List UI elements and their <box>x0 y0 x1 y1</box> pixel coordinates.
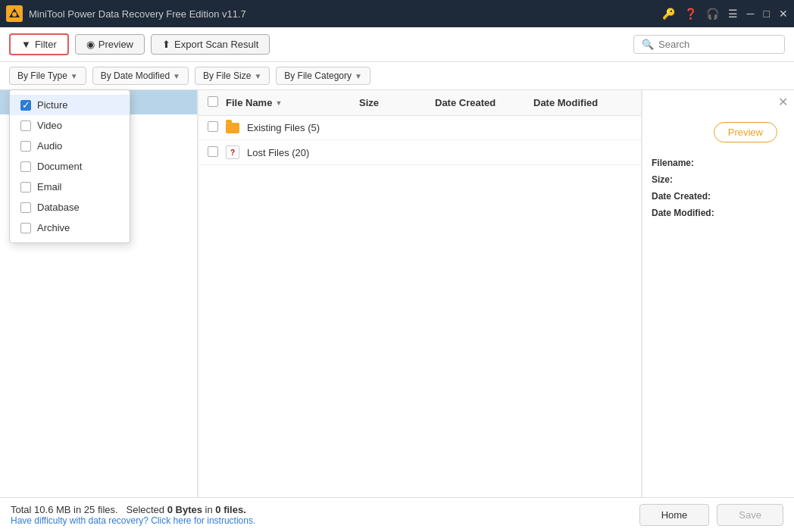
dropdown-checkbox-audio <box>20 141 31 152</box>
menu-icon[interactable]: ☰ <box>728 8 738 20</box>
select-all-checkbox[interactable] <box>208 96 218 107</box>
selected-prefix: Selected <box>126 504 164 515</box>
filecategory-dropdown-arrow: ▼ <box>355 72 362 80</box>
dropdown-label-video: Video <box>37 120 62 131</box>
status-buttons: Home Save <box>639 504 783 526</box>
existing-files-label: Existing Files (5) <box>247 122 320 133</box>
export-icon: ⬆ <box>162 39 170 50</box>
dropdown-item-database[interactable]: Database <box>10 197 130 217</box>
dropdown-item-archive[interactable]: Archive <box>10 217 130 238</box>
dropdown-checkbox-email <box>20 182 31 192</box>
maximize-button[interactable]: □ <box>764 8 770 20</box>
col-datecreated-header: Date Created <box>435 97 533 108</box>
total-text: Total 10.6 MB in 25 files. <box>11 504 118 515</box>
filetype-dropdown-arrow: ▼ <box>70 72 78 80</box>
filetype-dropdown-popup: ✓PictureVideoAudioDocumentEmailDatabaseA… <box>9 89 130 243</box>
file-row-existing[interactable]: Existing Files (5) <box>198 116 641 140</box>
app-logo <box>6 5 23 22</box>
dropdown-label-archive: Archive <box>37 222 70 233</box>
filter-by-filesize[interactable]: By File Size ▼ <box>195 67 270 85</box>
file-table-header: File Name ▼ Size Date Created Date Modif… <box>198 90 641 116</box>
filter-by-filecategory[interactable]: By File Category ▼ <box>276 67 370 85</box>
filesize-dropdown-arrow: ▼ <box>254 72 261 80</box>
date-modified-label: Date Modified: <box>652 208 785 218</box>
key-icon[interactable]: 🔑 <box>662 8 675 20</box>
minimize-button[interactable]: ─ <box>747 8 755 20</box>
dropdown-checkbox-database <box>20 202 31 213</box>
col-size-header: Size <box>359 97 435 108</box>
selected-in: in <box>205 504 213 515</box>
dropdown-label-document: Document <box>37 161 82 172</box>
help-icon[interactable]: ❓ <box>684 8 697 20</box>
col-filename-header: File Name ▼ <box>226 97 359 108</box>
search-box[interactable]: 🔍 <box>633 35 785 54</box>
dropdown-checkbox-picture: ✓ <box>20 100 31 111</box>
question-file-icon: ? <box>226 146 239 159</box>
preview-button[interactable]: ◉ Preview <box>75 34 145 55</box>
search-icon: 🔍 <box>642 39 654 50</box>
filter-by-datemodified[interactable]: By Date Modified ▼ <box>92 67 189 85</box>
svg-point-1 <box>12 12 17 17</box>
titlebar-icons: 🔑 ❓ 🎧 ☰ ─ □ ✕ <box>662 8 788 20</box>
filter-by-filetype[interactable]: By File Type ▼ <box>9 67 86 85</box>
dropdown-checkbox-document <box>20 161 31 172</box>
dropdown-item-picture[interactable]: ✓Picture <box>10 95 130 115</box>
sort-filename-icon[interactable]: ▼ <box>275 99 282 107</box>
help-link[interactable]: Have difficulty with data recovery? Clic… <box>11 515 255 526</box>
dropdown-item-video[interactable]: Video <box>10 115 130 136</box>
filter-icon: ▼ <box>21 39 31 50</box>
search-input[interactable] <box>658 39 777 50</box>
dropdown-label-audio: Audio <box>37 140 62 152</box>
filter-button[interactable]: ▼ Filter <box>9 33 69 55</box>
size-label: Size: <box>652 174 785 185</box>
row-lost-checkbox[interactable] <box>208 146 218 157</box>
export-button[interactable]: ⬆ Export Scan Result <box>151 34 270 55</box>
date-created-label: Date Created: <box>652 191 785 202</box>
filename-label: Filename: <box>652 158 785 168</box>
dropdown-item-audio[interactable]: Audio <box>10 136 130 156</box>
col-datemodified-header: Date Modified <box>533 97 632 108</box>
close-button[interactable]: ✕ <box>779 8 788 20</box>
toolbar: ▼ Filter ◉ Preview ⬆ Export Scan Result … <box>0 27 794 62</box>
selected-files: 0 files. <box>215 504 245 515</box>
dropdown-checkbox-archive <box>20 223 31 233</box>
dropdown-label-picture: Picture <box>37 99 67 111</box>
dropdown-label-database: Database <box>37 202 80 213</box>
preview-right-button[interactable]: Preview <box>714 122 777 142</box>
folder-icon <box>226 123 239 133</box>
file-row-lost[interactable]: ? Lost Files (20) <box>198 140 641 165</box>
dropdown-item-email[interactable]: Email <box>10 177 130 197</box>
status-left: Total 10.6 MB in 25 files. Selected 0 By… <box>11 504 255 526</box>
row-existing-checkbox[interactable] <box>208 121 218 132</box>
filterbar: By File Type ▼ By Date Modified ▼ By Fil… <box>0 62 794 90</box>
home-button[interactable]: Home <box>639 504 710 526</box>
file-info: Filename: Size: Date Created: Date Modif… <box>652 158 785 224</box>
file-panel: File Name ▼ Size Date Created Date Modif… <box>198 90 641 497</box>
dropdown-item-document[interactable]: Document <box>10 156 130 177</box>
dropdown-label-email: Email <box>37 181 62 192</box>
save-button[interactable]: Save <box>717 504 783 526</box>
app-title: MiniTool Power Data Recovery Free Editio… <box>29 8 662 20</box>
right-panel: ✕ Preview Filename: Size: Date Created: … <box>642 90 794 497</box>
datemodified-dropdown-arrow: ▼ <box>173 72 180 80</box>
titlebar: MiniTool Power Data Recovery Free Editio… <box>0 0 794 27</box>
preview-icon: ◉ <box>86 39 95 50</box>
headset-icon[interactable]: 🎧 <box>706 8 719 20</box>
right-panel-close[interactable]: ✕ <box>778 95 788 109</box>
selected-bytes: 0 Bytes <box>167 504 205 515</box>
lost-files-label: Lost Files (20) <box>247 147 309 158</box>
statusbar: Total 10.6 MB in 25 files. Selected 0 By… <box>0 497 794 532</box>
dropdown-checkbox-video <box>20 120 31 131</box>
